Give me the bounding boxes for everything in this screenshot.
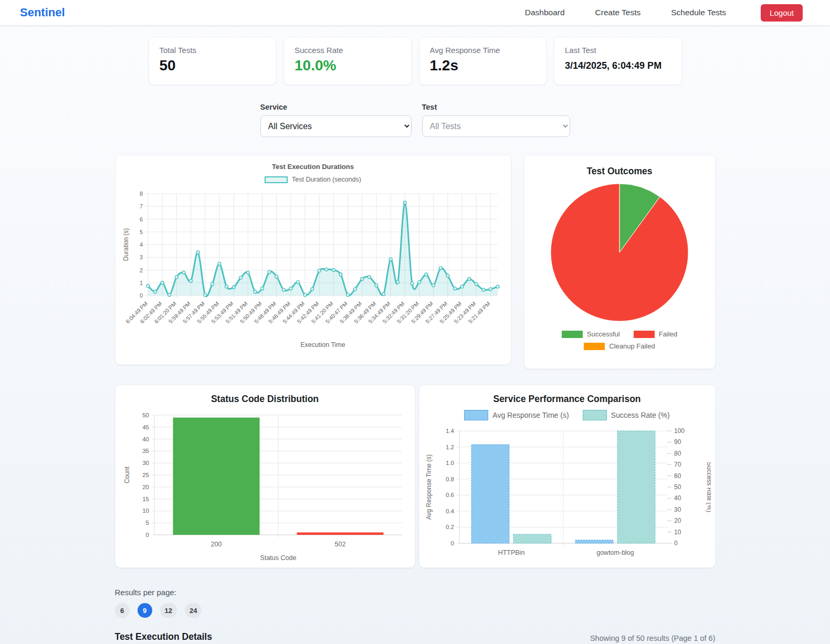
svg-text:1.0: 1.0 [446, 460, 454, 466]
nav-dashboard[interactable]: Dashboard [525, 8, 565, 17]
service-filter: Service All Services [260, 103, 412, 137]
details-header: Test Execution Details Showing 9 of 50 r… [115, 631, 716, 642]
svg-text:3: 3 [139, 254, 142, 260]
legend-label: Test Duration (seconds) [292, 176, 361, 183]
svg-text:0: 0 [145, 532, 149, 538]
stat-value: 10.0% [295, 57, 401, 74]
test-filter: Test All Tests [422, 103, 570, 137]
durations-chart-card: Test Execution Durations Test Duration (… [115, 155, 511, 365]
test-filter-label: Test [422, 103, 570, 111]
stat-success-rate: Success Rate 10.0% [283, 37, 412, 85]
svg-text:20: 20 [142, 484, 149, 490]
legend-swatch [634, 331, 655, 338]
stat-value: 50 [160, 57, 266, 74]
svg-text:50: 50 [674, 483, 681, 491]
legend-item-cleanup-failed[interactable]: Cleanup Failed [584, 342, 655, 350]
legend-swatch [562, 331, 583, 338]
logout-button[interactable]: Logout [761, 4, 803, 22]
outcomes-chart-legend: Successful Failed Cleanup Failed [531, 330, 709, 350]
svg-text:6: 6 [139, 216, 142, 223]
charts-row-2: Status Code Distribution 051015202530354… [115, 385, 716, 568]
svg-text:Count: Count [123, 466, 131, 483]
status-code-chart-plot: 05101520253035404550200502Status CodeCou… [122, 409, 408, 564]
results-per-page-label: Results per page: [115, 588, 716, 597]
legend-label: Successful [587, 330, 620, 338]
svg-text:0: 0 [450, 540, 454, 546]
svg-text:25: 25 [142, 472, 149, 478]
stat-value: 3/14/2025, 6:04:49 PM [565, 60, 671, 71]
svg-text:20: 20 [674, 517, 681, 524]
svg-text:0.2: 0.2 [446, 524, 454, 530]
stat-total-tests: Total Tests 50 [149, 37, 277, 85]
svg-text:0.4: 0.4 [446, 508, 455, 514]
legend-item-avg-response[interactable]: Avg Response Time (s) [464, 410, 569, 420]
svg-text:35: 35 [142, 448, 149, 454]
service-filter-label: Service [260, 103, 412, 111]
svg-text:4: 4 [139, 241, 142, 248]
svg-text:0: 0 [139, 292, 142, 299]
stat-avg-response-time: Avg Response Time 1.2s [419, 37, 547, 85]
svg-text:Duration (s): Duration (s) [122, 228, 130, 261]
svg-text:70: 70 [674, 461, 681, 468]
legend-swatch [584, 343, 605, 350]
svg-text:30: 30 [674, 506, 681, 513]
results-per-page-buttons: 6 9 12 24 [115, 603, 716, 618]
service-perf-chart-legend: Avg Response Time (s) Success Rate (%) [424, 410, 711, 420]
legend-label: Cleanup Failed [609, 342, 655, 350]
legend-item-successful[interactable]: Successful [562, 330, 620, 338]
legend-label: Success Rate (%) [611, 411, 670, 419]
page-size-6-button[interactable]: 6 [115, 603, 130, 618]
svg-text:10: 10 [142, 508, 149, 514]
app-logo: Sentinel [20, 6, 65, 19]
outcomes-chart-card: Test Outcomes Successful Failed [524, 155, 716, 369]
status-code-chart-card: Status Code Distribution 051015202530354… [115, 385, 415, 568]
page-size-24-button[interactable]: 24 [185, 603, 202, 618]
svg-text:40: 40 [142, 436, 149, 442]
svg-text:Success Rate (%): Success Rate (%) [706, 462, 711, 512]
charts-row-1: Test Execution Durations Test Duration (… [115, 155, 716, 369]
legend-label: Avg Response Time (s) [492, 411, 569, 419]
stat-value: 1.2s [430, 57, 536, 74]
svg-text:50: 50 [142, 412, 149, 418]
outcomes-chart-plot [531, 181, 709, 324]
durations-chart-title: Test Execution Durations [122, 163, 505, 171]
legend-item-duration[interactable]: Test Duration (seconds) [265, 176, 361, 183]
legend-label: Failed [659, 330, 677, 338]
svg-text:10: 10 [674, 529, 681, 536]
svg-text:2: 2 [139, 267, 142, 273]
nav-links: Dashboard Create Tests Schedule Tests Lo… [525, 4, 803, 22]
svg-text:1: 1 [139, 280, 142, 286]
svg-text:gowtom-blog: gowtom-blog [596, 549, 634, 556]
svg-text:30: 30 [142, 460, 149, 466]
service-perf-chart-card: Service Performance Comparison Avg Respo… [419, 385, 716, 568]
svg-text:8: 8 [139, 191, 142, 197]
page-size-12-button[interactable]: 12 [160, 603, 177, 618]
svg-text:HTTPBin: HTTPBin [498, 549, 524, 556]
legend-item-failed[interactable]: Failed [634, 330, 677, 338]
nav-create-tests[interactable]: Create Tests [595, 8, 641, 17]
status-code-chart-title: Status Code Distribution [122, 394, 408, 405]
svg-text:45: 45 [142, 424, 149, 430]
service-select[interactable]: All Services [260, 115, 412, 137]
legend-swatch [464, 410, 488, 420]
svg-text:1.2: 1.2 [446, 444, 454, 450]
outcomes-chart-title: Test Outcomes [531, 166, 709, 177]
legend-item-success-rate[interactable]: Success Rate (%) [583, 410, 670, 420]
stat-label: Success Rate [295, 46, 401, 55]
dashboard-main: Total Tests 50 Success Rate 10.0% Avg Re… [115, 37, 716, 642]
service-perf-chart-plot: 00.20.40.60.81.01.21.4010203040506070809… [424, 425, 711, 565]
page-size-9-button[interactable]: 9 [138, 603, 152, 618]
svg-text:15: 15 [142, 496, 149, 502]
svg-text:0.6: 0.6 [446, 492, 454, 498]
stat-label: Total Tests [160, 46, 266, 55]
svg-text:Avg Response Time (s): Avg Response Time (s) [425, 455, 433, 520]
stat-label: Avg Response Time [430, 46, 536, 55]
svg-text:0: 0 [674, 540, 678, 547]
results-per-page: Results per page: 6 9 12 24 [115, 588, 716, 618]
nav-schedule-tests[interactable]: Schedule Tests [671, 8, 726, 17]
filters: Service All Services Test All Tests [115, 103, 716, 137]
svg-text:90: 90 [674, 438, 681, 446]
test-select[interactable]: All Tests [422, 115, 570, 137]
durations-chart-plot: 0123456786:04:49 PM6:02:49 PM6:01:20 PM5… [122, 187, 505, 351]
stat-cards: Total Tests 50 Success Rate 10.0% Avg Re… [149, 37, 682, 85]
